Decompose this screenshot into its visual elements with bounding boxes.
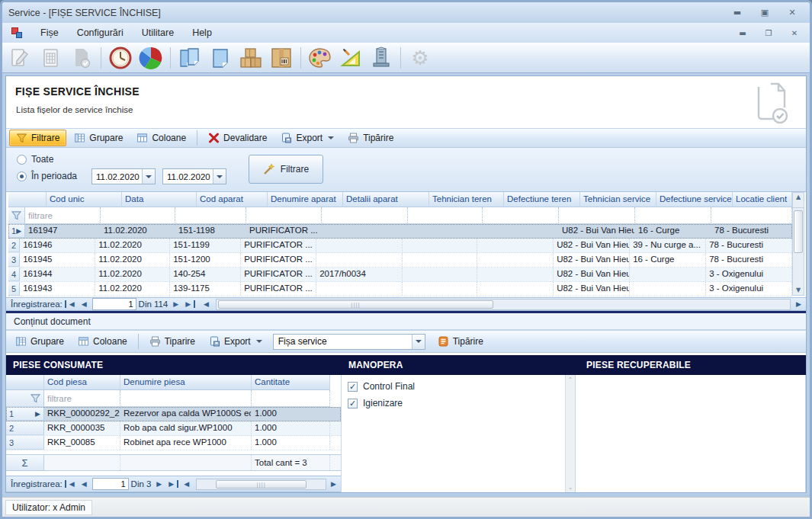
vertical-scrollbar-thumb[interactable]	[794, 210, 803, 253]
filter-cell-defectiune-teren[interactable]	[483, 207, 559, 224]
column-header-cantitate[interactable]: Cantitate	[252, 375, 330, 390]
labor-scrollbar[interactable]: ⌃ ⌄	[565, 375, 575, 492]
first-page-button[interactable]: ◀	[65, 480, 78, 488]
export-button-2[interactable]: Export	[203, 333, 268, 350]
column-header-cod-aparat[interactable]: Cod aparat	[197, 192, 268, 207]
hscroll-right-icon[interactable]: ▶	[796, 300, 801, 308]
radio-in-perioada-circle[interactable]	[17, 171, 27, 181]
column-header-denumire-piesa[interactable]: Denumire piesa	[120, 375, 252, 390]
vertical-scrollbar[interactable]: ▼	[792, 207, 804, 296]
column-header-cod-piesa[interactable]: Cod piesa	[44, 375, 120, 390]
column-header-defectiune-service[interactable]: Defectiune service	[656, 192, 733, 207]
scroll-down-icon[interactable]: ▼	[796, 287, 801, 294]
horizontal-scrollbar-thumb[interactable]: ||||	[218, 300, 493, 309]
coloane-button-2[interactable]: Coloane	[72, 333, 133, 350]
export-dropdown-icon[interactable]	[328, 136, 334, 139]
scroll-up-icon[interactable]: ⌃	[568, 376, 573, 383]
vertical-scrollbar-up[interactable]: ▲	[792, 192, 804, 207]
column-header-cod-unic[interactable]: Cod unic	[47, 192, 122, 207]
radio-toate-circle[interactable]	[17, 155, 27, 165]
labor-item-control-final[interactable]: ✓ Control Final	[348, 381, 575, 392]
labor-item-igienizare[interactable]: ✓ Igienizare	[348, 398, 575, 408]
table-row[interactable]: 1▶ RKR_00000292_2 Rezervor apa calda WP1…	[6, 407, 341, 421]
mdi-minimize-button[interactable]: ▬	[735, 28, 750, 38]
clock-icon[interactable]	[107, 45, 134, 71]
scroll-down-icon[interactable]: ⌄	[568, 484, 573, 491]
column-header-denumire-aparat[interactable]: Denumire aparat	[268, 192, 343, 207]
table-row[interactable]: 2 161946 11.02.2020 151-1199 PURIFICATOR…	[8, 239, 792, 253]
filter-cell-denumire-piesa[interactable]	[120, 390, 252, 407]
radio-in-perioada[interactable]: În perioada	[17, 171, 77, 181]
filter-cell-detalii-aparat[interactable]	[322, 207, 408, 224]
table-row[interactable]: 5 161943 11.02.2020 139-1175 PURIFICATOR…	[8, 282, 792, 296]
hscroll-right-icon[interactable]: ▶	[331, 480, 336, 488]
packages-icon[interactable]	[237, 45, 265, 71]
column-header-data[interactable]: Data	[122, 192, 197, 207]
filter-cell-denumire-aparat[interactable]	[246, 207, 322, 224]
menu-fise[interactable]: Fișe	[31, 24, 68, 41]
last-page-button[interactable]: ▶	[165, 480, 178, 488]
palette-icon[interactable]	[307, 45, 334, 71]
date-from-dropdown-icon[interactable]	[142, 169, 155, 184]
horizontal-scrollbar[interactable]: ||||	[196, 479, 326, 490]
export-button[interactable]: Export	[274, 130, 340, 146]
filter-cell-tehnician-teren[interactable]	[408, 207, 483, 224]
date-from-picker[interactable]: 11.02.2020	[91, 168, 156, 184]
minimize-button[interactable]: ▬	[729, 7, 746, 18]
set-square-icon[interactable]	[337, 45, 364, 71]
page-number-input[interactable]	[92, 298, 136, 310]
filtrare-toggle-button[interactable]: Filtrare	[9, 130, 66, 146]
edit-document-icon[interactable]	[7, 45, 34, 71]
table-row[interactable]: 3 RKR_00085 Robinet apa rece WP1000 1.00…	[6, 436, 341, 450]
coloane-button[interactable]: Coloane	[130, 130, 192, 146]
maximize-button[interactable]: ▣	[756, 7, 773, 18]
mdi-child-icon[interactable]	[11, 27, 24, 39]
column-header-tehnician-service[interactable]: Tehnician service	[580, 192, 656, 207]
tiparire-button[interactable]: Tipărire	[342, 130, 400, 146]
close-button[interactable]: ✕	[784, 7, 801, 18]
radio-toate[interactable]: Toate	[17, 154, 53, 165]
date-to-dropdown-icon[interactable]	[213, 169, 226, 184]
next-page-button[interactable]: ▶	[170, 300, 181, 308]
mdi-close-button[interactable]: ✕	[787, 28, 802, 38]
table-row[interactable]: 1▶ 161947 11.02.2020 151-1198 PURIFICATO…	[8, 224, 792, 239]
filter-cell-cod-unic[interactable]: filtrare	[25, 207, 101, 224]
checkbox-checked-icon[interactable]: ✓	[348, 399, 358, 408]
prev-page-button[interactable]: ◀	[79, 300, 90, 308]
cube-icon[interactable]	[207, 45, 234, 71]
pie-chart-icon[interactable]	[137, 45, 165, 71]
column-header-tehnician-teren[interactable]: Tehnician teren	[429, 192, 504, 207]
page-number-input[interactable]	[92, 478, 129, 490]
table-row[interactable]: 2 RKR_0000035 Rob apa cald sigur.WP1000 …	[6, 421, 341, 436]
building-icon[interactable]	[367, 45, 395, 71]
last-page-button[interactable]: ▶	[182, 300, 195, 308]
filter-cell-data[interactable]	[101, 207, 175, 224]
export-dropdown-icon[interactable]	[256, 340, 262, 343]
report-type-combobox[interactable]: Fișa service	[273, 334, 425, 350]
document-check-icon[interactable]	[68, 45, 95, 71]
table-document-icon[interactable]	[37, 45, 65, 71]
menu-configurari[interactable]: Configurări	[68, 24, 133, 41]
column-header-defectiune-teren[interactable]: Defectiune teren	[504, 192, 580, 207]
cubes-two-icon[interactable]	[176, 45, 204, 71]
filter-cell-cod-piesa[interactable]: filtrare	[44, 390, 120, 407]
filter-cell-defectiune-service[interactable]	[635, 207, 711, 224]
grupare-button[interactable]: Grupare	[68, 130, 129, 146]
prev-page-button[interactable]: ◀	[79, 480, 90, 488]
tiparire-button-2[interactable]: Tiparire	[143, 333, 201, 350]
filter-cell-cantitate[interactable]	[252, 390, 330, 407]
horizontal-scrollbar[interactable]: ||||	[216, 299, 791, 310]
column-header-locatie-client[interactable]: Locatie client	[733, 192, 792, 207]
filter-cell-tehnician-service[interactable]	[559, 207, 635, 224]
checkbox-checked-icon[interactable]: ✓	[348, 382, 358, 392]
report-type-dropdown-icon[interactable]	[412, 335, 425, 349]
hscroll-left-icon[interactable]: ◀	[184, 480, 189, 488]
date-to-picker[interactable]: 11.02.2020	[162, 168, 226, 184]
table-row[interactable]: 3 161945 11.02.2020 151-1200 PURIFICATOR…	[8, 253, 792, 268]
next-page-button[interactable]: ▶	[153, 480, 165, 488]
table-row[interactable]: 4 161944 11.02.2020 140-254 PURIFICATOR …	[8, 268, 792, 282]
grupare-button-2[interactable]: Grupare	[9, 333, 70, 350]
apply-filter-button[interactable]: Filtrare	[249, 155, 323, 184]
gear-icon[interactable]: ⚙	[406, 45, 434, 71]
tiparire-report-button[interactable]: Tipărire	[432, 333, 489, 350]
